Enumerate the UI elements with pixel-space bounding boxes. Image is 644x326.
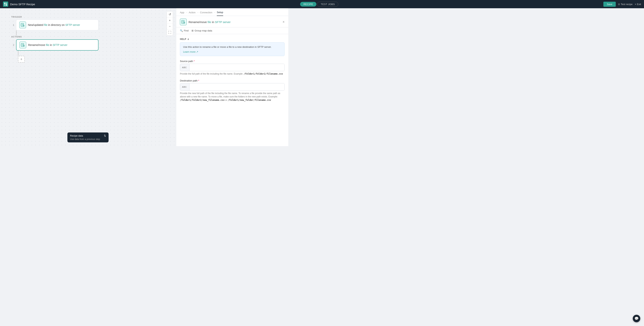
destination-path-input[interactable] [190, 83, 284, 91]
group-map-icon: ⊞ [192, 29, 194, 32]
breadcrumb-arrow-3: → [214, 11, 216, 14]
recipe-data-title: Recipe data [70, 134, 83, 137]
canvas-area: ↺ + − ⛶ TRIGGER 1 [0, 8, 176, 146]
recipe-title: Demo SFTP Recipe [10, 3, 35, 6]
recipe-flow: TRIGGER 1 New/updated file in directory … [11, 16, 98, 63]
source-path-required: * [194, 60, 195, 63]
help-body: Use this action to rename a file or move… [183, 45, 282, 49]
source-path-field: Source path * ABC Provide the full path … [180, 60, 284, 76]
source-path-hint: Provide the full path of the file includ… [180, 72, 284, 76]
panel-close-button[interactable]: × [282, 20, 284, 24]
action-step-card[interactable]: Rename/move file in SFTP server [16, 39, 98, 51]
help-label: HELP [180, 38, 186, 41]
zoom-out-button[interactable]: − [167, 24, 173, 30]
source-path-label: Source path * [180, 60, 284, 63]
destination-path-prefix: ABC [180, 83, 190, 91]
learn-more-link[interactable]: Learn more ↗ [183, 50, 282, 53]
source-path-input-row: ABC [180, 64, 284, 71]
action-step-row: 2 Rename/move file in SFTP server [11, 39, 98, 51]
topbar: Demo SFTP Recipe RECIPE TEST JOBS Save ⊙… [0, 0, 288, 8]
step-1-number: 1 [11, 24, 14, 27]
panel-title: Rename/move file in SFTP server [188, 21, 231, 24]
zoom-in-button[interactable]: + [167, 18, 173, 24]
main-layout: ↺ + − ⛶ TRIGGER 1 [0, 8, 288, 146]
help-chevron-icon: ∧ [188, 38, 189, 41]
reset-view-button[interactable]: ↺ [167, 12, 173, 18]
breadcrumb-nav: App → Action → Connection → Setup [176, 8, 288, 16]
actions-label: ACTIONS [11, 36, 22, 38]
group-map-button[interactable]: ⊞ Group map data [192, 29, 212, 32]
breadcrumb-setup[interactable]: Setup [217, 11, 223, 16]
help-header[interactable]: HELP ∧ [180, 38, 284, 41]
find-icon: 🔍 [180, 29, 183, 32]
source-path-input[interactable] [190, 64, 284, 71]
recipe-data-sort-icon: ⇅ [104, 134, 106, 137]
svg-rect-1 [6, 3, 7, 4]
canvas-controls: ↺ + − ⛶ [166, 11, 173, 36]
panel-toolbar: 🔍 Find ⊞ Group map data [176, 27, 288, 34]
recipe-data-header: Recipe data ⇅ [70, 134, 106, 137]
topbar-left: Demo SFTP Recipe [3, 2, 35, 7]
external-link-icon: ↗ [196, 50, 198, 53]
action-step-text: Rename/move file in SFTP server [28, 44, 68, 47]
panel-sftp-icon [180, 19, 187, 25]
recipe-data-subtitle: Use data from a previous step [70, 138, 106, 141]
trigger-step-icon [19, 22, 26, 28]
breadcrumb-app[interactable]: App [180, 11, 184, 14]
breadcrumb-arrow-1: → [185, 11, 188, 14]
step-2-number: 2 [11, 44, 14, 47]
connector-trigger-to-actions [16, 30, 16, 36]
breadcrumb-connection[interactable]: Connection [200, 11, 212, 14]
destination-path-hint: Provide the new full path of the file in… [180, 92, 284, 102]
breadcrumb-arrow-2: → [196, 11, 199, 14]
action-step-icon [20, 42, 26, 48]
panel-content: HELP ∧ Use this action to rename a file … [176, 34, 288, 146]
panel-header: Rename/move file in SFTP server × [176, 16, 288, 27]
source-path-prefix: ABC [180, 64, 190, 71]
trigger-step-text: New/updated file in directory on SFTP se… [28, 24, 80, 27]
panel-header-left: Rename/move file in SFTP server [180, 19, 231, 25]
destination-path-required: * [198, 79, 199, 82]
destination-path-label: Destination path * [180, 79, 284, 82]
trigger-step-card[interactable]: New/updated file in directory on SFTP se… [16, 20, 98, 30]
help-box: Use this action to rename a file or move… [180, 42, 284, 56]
right-panel: App → Action → Connection → Setup [176, 8, 288, 146]
trigger-step-row: 1 New/updated file in directory on SFTP … [11, 20, 98, 30]
trigger-label: TRIGGER [11, 16, 22, 18]
app-logo [3, 2, 8, 7]
svg-rect-0 [4, 3, 6, 4]
svg-rect-3 [6, 4, 7, 6]
destination-path-field: Destination path * ABC Provide the new f… [180, 79, 284, 102]
recipe-data-panel: Recipe data ⇅ Use data from a previous s… [68, 132, 108, 142]
svg-rect-2 [4, 4, 6, 6]
connector-to-add [18, 51, 18, 56]
help-section: HELP ∧ Use this action to rename a file … [180, 38, 284, 56]
breadcrumb-action[interactable]: Action [189, 11, 196, 14]
destination-path-input-row: ABC [180, 83, 284, 91]
fit-view-button[interactable]: ⛶ [167, 30, 173, 36]
find-button[interactable]: 🔍 Find [180, 29, 188, 32]
add-step-button[interactable]: + [18, 56, 25, 63]
